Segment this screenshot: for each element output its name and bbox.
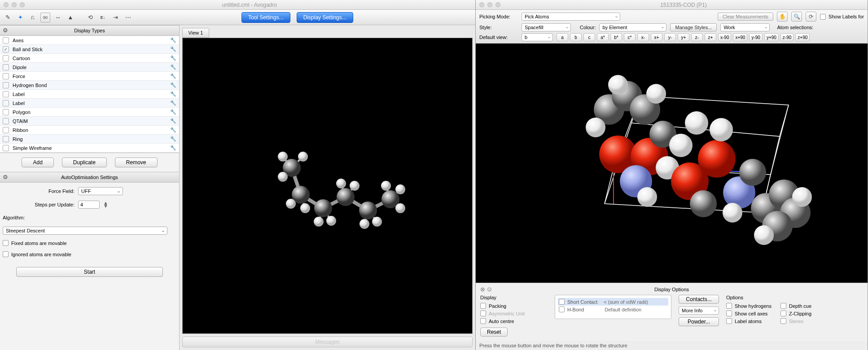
gear-icon[interactable]: ⚙ xyxy=(3,27,8,34)
view-shortcut-button[interactable]: a xyxy=(557,33,568,41)
more-info-select[interactable]: More Info xyxy=(679,306,719,315)
type-checkbox[interactable] xyxy=(3,145,9,151)
steps-input[interactable] xyxy=(78,201,100,209)
view-shortcut-button[interactable]: b xyxy=(570,33,582,41)
view-shortcut-button[interactable]: c xyxy=(583,33,595,41)
contact-definitions-box[interactable]: Short Contact< (sum of vdW radii) H-Bond… xyxy=(555,295,671,319)
view-shortcut-button[interactable]: y+ xyxy=(678,33,689,41)
minimize-dot[interactable] xyxy=(487,2,492,7)
wrench-icon[interactable]: 🔧 xyxy=(170,136,176,142)
hand-icon[interactable]: ✋ xyxy=(777,12,788,22)
view-shortcut-button[interactable]: a* xyxy=(597,33,609,41)
wrench-icon[interactable]: 🔧 xyxy=(170,127,176,133)
wrench-icon[interactable]: 🔧 xyxy=(170,64,176,70)
view-shortcut-button[interactable]: y+90 xyxy=(764,33,779,41)
type-checkbox[interactable] xyxy=(3,118,9,124)
type-checkbox[interactable] xyxy=(3,136,9,142)
reset-button[interactable]: Reset xyxy=(480,328,508,337)
cursor-icon[interactable]: ▲ xyxy=(66,13,75,22)
colour-select[interactable]: by Element xyxy=(599,23,666,31)
view-shortcut-button[interactable]: x+ xyxy=(651,33,662,41)
rotate-icon[interactable]: ⟳ xyxy=(806,12,816,22)
packing-checkbox[interactable] xyxy=(480,303,486,309)
type-checkbox[interactable] xyxy=(3,82,9,88)
wrench-icon[interactable]: 🔧 xyxy=(170,37,176,43)
misc-icon[interactable]: ⋯ xyxy=(123,13,133,22)
wrench-icon[interactable]: 🔧 xyxy=(170,118,176,124)
force-field-select[interactable]: UFF xyxy=(78,187,123,195)
wrench-icon[interactable]: 🔧 xyxy=(170,82,176,88)
stepper-down-icon[interactable]: ▼ xyxy=(103,205,108,208)
manage-styles-button[interactable]: Manage Styles... xyxy=(670,23,717,31)
auto-centre-checkbox[interactable] xyxy=(480,318,486,324)
rotate-icon[interactable]: ⟲ xyxy=(85,13,95,22)
display-type-row[interactable]: Label🔧 xyxy=(0,99,179,108)
show-cell-axes-checkbox[interactable] xyxy=(726,311,732,316)
view-shortcut-button[interactable]: x- xyxy=(637,33,649,41)
type-checkbox[interactable] xyxy=(3,127,9,133)
wrench-icon[interactable]: 🔧 xyxy=(170,109,176,115)
align-icon[interactable]: ⇥ xyxy=(110,13,120,22)
remove-button[interactable]: Remove xyxy=(115,158,158,167)
style-select[interactable]: Spacefill xyxy=(522,23,571,31)
display-types-list[interactable]: Axes🔧✓Ball and Stick🔧Cartoon🔧Dipole🔧Forc… xyxy=(0,36,179,153)
display-type-row[interactable]: Axes🔧 xyxy=(0,36,179,45)
view-shortcut-button[interactable]: z+90 xyxy=(795,33,810,41)
display-type-row[interactable]: ✓Ball and Stick🔧 xyxy=(0,45,179,54)
stereo-checkbox[interactable] xyxy=(780,318,786,324)
navigate-icon[interactable]: ✦ xyxy=(15,13,25,22)
view-shortcut-button[interactable]: y- xyxy=(664,33,676,41)
duplicate-button[interactable]: Duplicate xyxy=(62,158,107,167)
gear-icon[interactable]: ⊙ xyxy=(487,286,492,293)
display-type-row[interactable]: Hydrogen Bond🔧 xyxy=(0,81,179,90)
picking-mode-select[interactable]: Pick Atoms xyxy=(522,13,620,21)
type-checkbox[interactable]: ✓ xyxy=(3,46,9,52)
gear-icon[interactable]: ⚙ xyxy=(3,174,8,180)
add-button[interactable]: Add xyxy=(22,158,53,167)
view-shortcut-button[interactable]: c* xyxy=(624,33,636,41)
minimize-dot[interactable] xyxy=(12,2,17,7)
pencil-icon[interactable]: ✎ xyxy=(3,13,13,22)
zoom-dot[interactable] xyxy=(20,2,25,7)
show-labels-checkbox[interactable] xyxy=(820,14,826,20)
messages-bar[interactable]: Messages xyxy=(182,337,473,347)
wrench-icon[interactable]: 🔧 xyxy=(170,145,176,151)
type-checkbox[interactable] xyxy=(3,37,9,44)
view-shortcut-button[interactable]: x-90 xyxy=(718,33,731,41)
display-type-row[interactable]: Ring🔧 xyxy=(0,135,179,144)
view-shortcut-button[interactable]: x+90 xyxy=(733,33,747,41)
zoom-icon[interactable]: 🔍 xyxy=(791,12,802,22)
autoopt-icon[interactable]: E↓ xyxy=(98,13,108,22)
close-icon[interactable]: ⊗ xyxy=(480,286,485,293)
view-shortcut-button[interactable]: z-90 xyxy=(780,33,793,41)
display-type-row[interactable]: Ribbon🔧 xyxy=(0,126,179,135)
display-type-row[interactable]: Simple Wireframe🔧 xyxy=(0,144,179,153)
depth-cue-checkbox[interactable] xyxy=(780,303,786,309)
label-atoms-checkbox[interactable] xyxy=(726,318,732,324)
default-view-select[interactable]: b xyxy=(522,33,553,41)
contacts-button[interactable]: Contacts... xyxy=(679,295,719,304)
view-shortcut-button[interactable]: y-90 xyxy=(749,33,762,41)
type-checkbox[interactable] xyxy=(3,91,9,97)
view-shortcut-button[interactable]: z- xyxy=(691,33,703,41)
work-select[interactable]: Work xyxy=(720,23,770,31)
zoom-dot[interactable] xyxy=(495,2,500,7)
type-checkbox[interactable] xyxy=(3,55,9,61)
close-dot[interactable] xyxy=(4,2,9,7)
wrench-icon[interactable]: 🔧 xyxy=(170,100,176,106)
hbond-checkbox[interactable] xyxy=(559,306,565,312)
type-checkbox[interactable] xyxy=(3,73,9,79)
type-checkbox[interactable] xyxy=(3,64,9,70)
view-shortcut-button[interactable]: z+ xyxy=(705,33,716,41)
close-dot[interactable] xyxy=(479,2,484,7)
wrench-icon[interactable]: 🔧 xyxy=(170,55,176,61)
clear-measurements-button[interactable]: Clear Measurements xyxy=(718,13,773,21)
type-checkbox[interactable] xyxy=(3,109,9,115)
powder-button[interactable]: Powder... xyxy=(679,317,719,326)
wrench-icon[interactable]: 🔧 xyxy=(170,73,176,79)
molecule-canvas[interactable] xyxy=(182,38,473,334)
measure-icon[interactable]: ↔ xyxy=(53,13,63,22)
wrench-icon[interactable]: 🔧 xyxy=(170,46,176,52)
z-clipping-checkbox[interactable] xyxy=(780,311,786,316)
view-tab[interactable]: View 1 xyxy=(182,28,209,38)
